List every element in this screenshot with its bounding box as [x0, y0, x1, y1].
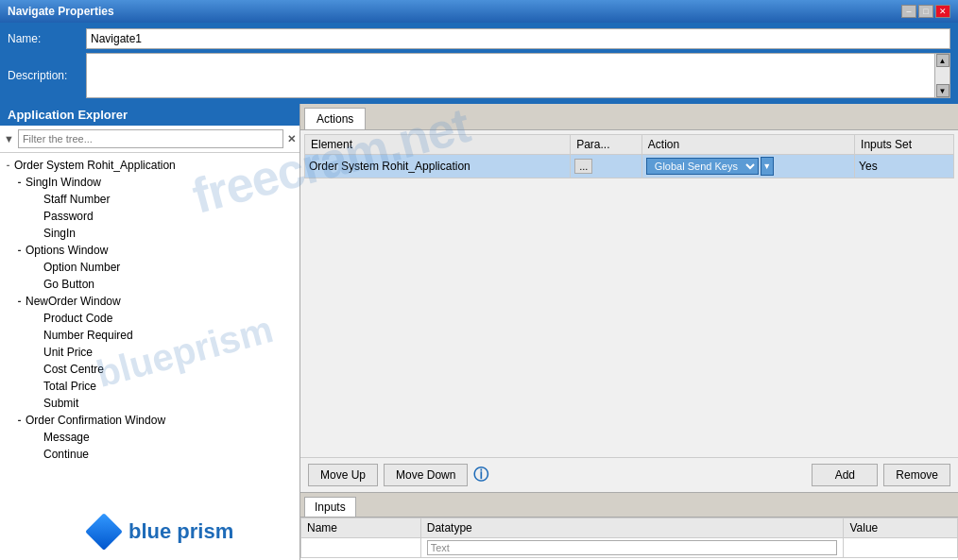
inputs-tab[interactable]: Inputs: [304, 497, 356, 517]
inputs-tab-bar: Inputs: [300, 493, 958, 518]
main-content: Application Explorer ▼ ✕ ⁃ Order System …: [0, 104, 958, 560]
inputs-datatype-input[interactable]: [427, 540, 838, 555]
window-title: Navigate Properties: [8, 5, 114, 18]
tree: ⁃ Order System Rohit_Application ⁃ SingI…: [0, 153, 299, 560]
title-bar: Navigate Properties – □ ✕: [0, 0, 958, 23]
confirmation-expand-icon: ⁃: [17, 416, 22, 426]
neworder-window-label: NewOrder Window: [26, 295, 121, 308]
inputs-row: [301, 538, 958, 558]
logo-text: blue prism: [128, 519, 233, 544]
neworder-expand-icon: ⁃: [17, 297, 22, 307]
description-label: Description:: [8, 69, 78, 82]
tree-unit-price[interactable]: Unit Price: [0, 344, 299, 361]
header-area: Name: Description: ▲ ▼: [0, 23, 958, 104]
tree-group-neworder: ⁃ NewOrder Window Product Code Number Re…: [0, 293, 299, 412]
singin-label: SingIn: [43, 227, 76, 240]
add-button[interactable]: Add: [812, 464, 878, 486]
cell-action: Global Send Keys ▼: [642, 155, 854, 178]
actions-table: Element Para... Action Inputs Set Order …: [304, 134, 954, 178]
col-action: Action: [642, 135, 854, 155]
scroll-up-arrow[interactable]: ▲: [936, 54, 949, 67]
filter-input[interactable]: [18, 129, 283, 148]
right-panel: Actions Element Para... Action Inputs Se…: [300, 104, 958, 560]
col-element: Element: [305, 135, 571, 155]
inputs-table: Name Datatype Value: [300, 518, 958, 558]
action-select[interactable]: Global Send Keys: [646, 158, 759, 175]
tree-signin-window[interactable]: ⁃ SingIn Window: [0, 174, 299, 191]
action-dropdown: Global Send Keys ▼: [646, 157, 850, 176]
go-button-label: Go Button: [43, 278, 94, 291]
action-dropdown-btn[interactable]: ▼: [761, 157, 774, 176]
info-icon[interactable]: ⓘ: [473, 466, 488, 485]
filter-clear-button[interactable]: ✕: [287, 133, 296, 145]
minimize-button[interactable]: –: [901, 5, 916, 18]
panel-title: Application Explorer: [0, 104, 299, 126]
inputs-section: Inputs Name Datatype Value: [300, 492, 958, 560]
tree-password[interactable]: Password: [0, 208, 299, 225]
bottom-toolbar: Move Up Move Down ⓘ Add Remove: [300, 457, 958, 492]
message-label: Message: [43, 431, 90, 444]
tree-neworder-window[interactable]: ⁃ NewOrder Window: [0, 293, 299, 310]
filter-icon: ▼: [4, 133, 14, 144]
inputs-col-name: Name: [301, 518, 421, 538]
col-inputs-set: Inputs Set: [855, 135, 954, 155]
left-panel: Application Explorer ▼ ✕ ⁃ Order System …: [0, 104, 300, 560]
scroll-down-arrow[interactable]: ▼: [936, 84, 949, 97]
logo-diamond-container: [85, 513, 123, 551]
logo-diamond: [85, 513, 123, 551]
name-label: Name:: [8, 32, 78, 45]
blueprism-logo: blue prism: [85, 513, 233, 551]
maximize-button[interactable]: □: [918, 5, 933, 18]
tree-root-item[interactable]: ⁃ Order System Rohit_Application: [0, 157, 299, 174]
tree-group-options: ⁃ Options Window Option Number Go Button: [0, 242, 299, 293]
param-button[interactable]: ...: [574, 159, 592, 174]
tree-continue[interactable]: Continue: [0, 446, 299, 463]
submit-label: Submit: [43, 397, 78, 410]
tree-confirmation-window[interactable]: ⁃ Order Confirmation Window: [0, 412, 299, 429]
actions-tab[interactable]: Actions: [304, 108, 366, 129]
tree-option-number[interactable]: Option Number: [0, 259, 299, 276]
total-price-label: Total Price: [43, 380, 96, 393]
product-code-label: Product Code: [43, 312, 112, 325]
col-param: Para...: [571, 135, 642, 155]
table-row[interactable]: Order System Rohit_Application ... Globa…: [305, 155, 954, 178]
tree-cost-centre[interactable]: Cost Centre: [0, 361, 299, 378]
name-row: Name:: [8, 28, 950, 49]
move-up-button[interactable]: Move Up: [308, 464, 378, 486]
options-window-label: Options Window: [26, 244, 108, 257]
inputs-cell-name: [301, 538, 421, 558]
description-input[interactable]: ▲ ▼: [86, 53, 950, 98]
cost-centre-label: Cost Centre: [43, 363, 104, 376]
tree-group-signin: ⁃ SingIn Window Staff Number Password Si…: [0, 174, 299, 242]
inputs-col-datatype: Datatype: [420, 518, 844, 538]
name-input[interactable]: [86, 28, 950, 49]
actions-tab-bar: Actions: [300, 104, 958, 130]
root-expand-icon: ⁃: [6, 161, 10, 171]
tree-total-price[interactable]: Total Price: [0, 378, 299, 395]
password-label: Password: [43, 210, 94, 223]
description-scrollbar[interactable]: ▲ ▼: [934, 54, 949, 97]
root-label: Order System Rohit_Application: [14, 159, 176, 172]
tree-options-window[interactable]: ⁃ Options Window: [0, 242, 299, 259]
cell-inputs-set: Yes: [855, 155, 954, 178]
filter-row: ▼ ✕: [0, 126, 299, 153]
tree-product-code[interactable]: Product Code: [0, 310, 299, 327]
inputs-col-value: Value: [844, 518, 958, 538]
signin-expand-icon: ⁃: [17, 178, 22, 188]
tree-go-button[interactable]: Go Button: [0, 276, 299, 293]
remove-button[interactable]: Remove: [883, 464, 950, 486]
confirmation-window-label: Order Confirmation Window: [26, 414, 165, 427]
option-number-label: Option Number: [43, 261, 120, 274]
tree-message[interactable]: Message: [0, 429, 299, 446]
continue-label: Continue: [43, 448, 89, 461]
options-expand-icon: ⁃: [17, 246, 22, 256]
tree-submit[interactable]: Submit: [0, 395, 299, 412]
number-required-label: Number Required: [43, 329, 133, 342]
inputs-cell-datatype: [420, 538, 844, 558]
tree-singin[interactable]: SingIn: [0, 225, 299, 242]
tree-staff-number[interactable]: Staff Number: [0, 191, 299, 208]
tree-number-required[interactable]: Number Required: [0, 327, 299, 344]
move-down-button[interactable]: Move Down: [384, 464, 468, 486]
signin-window-label: SingIn Window: [26, 176, 101, 189]
close-button[interactable]: ✕: [935, 5, 950, 18]
